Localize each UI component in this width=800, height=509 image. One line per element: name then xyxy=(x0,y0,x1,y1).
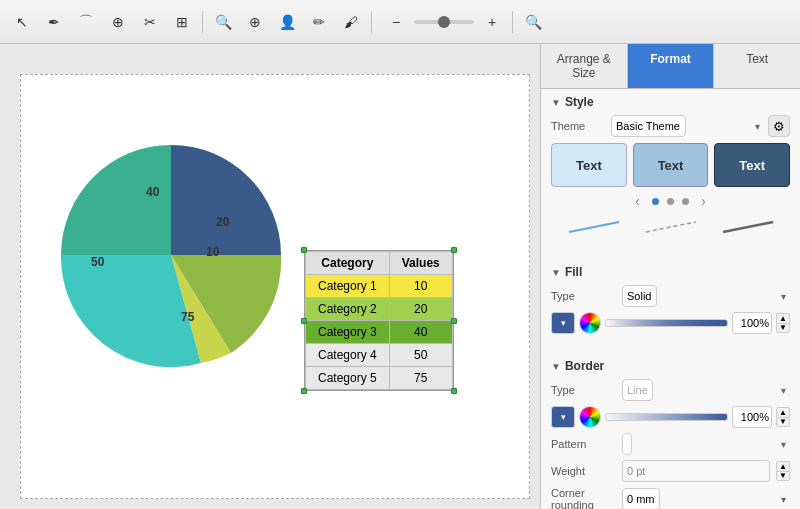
tool-image[interactable]: ⊞ xyxy=(168,8,196,36)
fill-opacity-value: 100% xyxy=(732,312,772,334)
carousel-dot-2[interactable] xyxy=(667,198,674,205)
data-table: Category Values Category 110Category 220… xyxy=(305,251,453,390)
handle-tr[interactable] xyxy=(451,247,457,253)
handle-br[interactable] xyxy=(451,388,457,394)
line-preview-1[interactable] xyxy=(564,217,624,237)
separator-1 xyxy=(202,11,203,33)
handle-tl[interactable] xyxy=(301,247,307,253)
tool-person[interactable]: 👤 xyxy=(273,8,301,36)
svg-line-2 xyxy=(723,222,773,232)
fill-dropdown-arrow: ▾ xyxy=(561,318,566,328)
fill-type-select[interactable]: Solid xyxy=(622,285,657,307)
border-color-row: ▾ 100% ▲ ▼ xyxy=(551,406,790,428)
corner-rounding-select[interactable]: 0 mm xyxy=(622,488,660,509)
carousel-prev[interactable]: ‹ xyxy=(631,193,644,209)
corner-rounding-row: Corner rounding 0 mm xyxy=(551,487,790,509)
line-preview-3[interactable] xyxy=(718,217,778,237)
table-cell-category[interactable]: Category 4 xyxy=(306,344,390,367)
col-category-header: Category xyxy=(306,252,390,275)
line-preview-2[interactable] xyxy=(641,217,701,237)
table-cell-category[interactable]: Category 5 xyxy=(306,367,390,390)
tool-brush[interactable]: 🖌 xyxy=(337,8,365,36)
tool-search-small[interactable]: 🔍 xyxy=(209,8,237,36)
border-color-wheel[interactable] xyxy=(579,406,601,428)
table-cell-category[interactable]: Category 2 xyxy=(306,298,390,321)
style-header[interactable]: ▼ Style xyxy=(551,95,790,109)
border-weight-row: Weight ▲ ▼ xyxy=(551,460,790,482)
border-header[interactable]: ▼ Border xyxy=(551,359,790,373)
border-weight-up[interactable]: ▲ xyxy=(776,461,790,471)
border-opacity-down[interactable]: ▼ xyxy=(776,417,790,427)
fill-opacity-row: 100% ▲ ▼ xyxy=(605,312,790,334)
tool-arrow[interactable]: ↖ xyxy=(8,8,36,36)
carousel-dot-3[interactable] xyxy=(682,198,689,205)
separator-2 xyxy=(371,11,372,33)
carousel-nav: ‹ › xyxy=(551,193,790,209)
table-cell-value[interactable]: 50 xyxy=(389,344,452,367)
border-opacity-up[interactable]: ▲ xyxy=(776,407,790,417)
text-card-dark[interactable]: Text xyxy=(714,143,790,187)
table-row: Category 220 xyxy=(306,298,453,321)
zoom-slider[interactable] xyxy=(414,20,474,24)
border-pattern-select-wrapper xyxy=(622,433,790,455)
tab-text[interactable]: Text xyxy=(714,44,800,88)
tool-scissors[interactable]: ✂ xyxy=(136,8,164,36)
table-cell-value[interactable]: 40 xyxy=(389,321,452,344)
table-cell-value[interactable]: 10 xyxy=(389,275,452,298)
border-pattern-select[interactable] xyxy=(622,433,632,455)
tab-arrange[interactable]: Arrange & Size xyxy=(541,44,628,88)
panel-tabs: Arrange & Size Format Text xyxy=(541,44,800,89)
fill-type-label: Type xyxy=(551,290,616,302)
tool-pencil[interactable]: ✏ xyxy=(305,8,333,36)
table-cell-value[interactable]: 75 xyxy=(389,367,452,390)
border-type-select[interactable]: Line xyxy=(622,379,653,401)
fill-opacity-bar[interactable] xyxy=(605,319,728,327)
border-weight-input[interactable] xyxy=(622,460,770,482)
zoom-in-icon[interactable]: + xyxy=(478,8,506,36)
fill-opacity-stepper: ▲ ▼ xyxy=(776,313,790,333)
svg-line-0 xyxy=(569,222,619,232)
magnify-icon[interactable]: 🔍 xyxy=(519,8,547,36)
corner-rounding-select-wrapper: 0 mm xyxy=(622,488,790,509)
tool-search2[interactable]: ⊕ xyxy=(241,8,269,36)
text-card-mid[interactable]: Text xyxy=(633,143,709,187)
table-cell-category[interactable]: Category 3 xyxy=(306,321,390,344)
pie-chart[interactable]: 40 20 10 50 75 xyxy=(51,135,291,375)
border-type-select-wrapper: Line xyxy=(622,379,790,401)
separator-3 xyxy=(512,11,513,33)
tool-node[interactable]: ⊕ xyxy=(104,8,132,36)
fill-color-swatch[interactable]: ▾ xyxy=(551,312,575,334)
tab-format[interactable]: Format xyxy=(628,44,715,88)
border-color-swatch[interactable]: ▾ xyxy=(551,406,575,428)
canvas-area[interactable]: 40 20 10 50 75 Category xyxy=(0,44,540,509)
handle-mr[interactable] xyxy=(451,318,457,324)
zoom-out-icon[interactable]: − xyxy=(382,8,410,36)
fill-opacity-up[interactable]: ▲ xyxy=(776,313,790,323)
fill-header[interactable]: ▼ Fill xyxy=(551,265,790,279)
border-weight-down[interactable]: ▼ xyxy=(776,471,790,481)
fill-type-row: Type Solid xyxy=(551,285,790,307)
table-cell-value[interactable]: 20 xyxy=(389,298,452,321)
fill-color-wheel[interactable] xyxy=(579,312,601,334)
handle-bl[interactable] xyxy=(301,388,307,394)
tool-curve[interactable]: ⌒ xyxy=(72,8,100,36)
carousel-dot-1[interactable] xyxy=(652,198,659,205)
fill-section: ▼ Fill Type Solid ▾ xyxy=(541,259,800,345)
style-triangle: ▼ xyxy=(551,97,561,108)
table-row: Category 450 xyxy=(306,344,453,367)
theme-select[interactable]: Basic Theme xyxy=(611,115,686,137)
text-card-light[interactable]: Text xyxy=(551,143,627,187)
tool-pen[interactable]: ✒ xyxy=(40,8,68,36)
theme-select-wrapper: Basic Theme xyxy=(611,115,764,137)
right-panel: Arrange & Size Format Text ▼ Style Theme… xyxy=(540,44,800,509)
fill-color-row: ▾ 100% ▲ ▼ xyxy=(551,312,790,334)
border-opacity-bar[interactable] xyxy=(605,413,728,421)
handle-ml[interactable] xyxy=(301,318,307,324)
carousel-next[interactable]: › xyxy=(697,193,710,209)
data-table-container[interactable]: Category Values Category 110Category 220… xyxy=(304,250,454,391)
table-cell-category[interactable]: Category 1 xyxy=(306,275,390,298)
gear-button[interactable]: ⚙ xyxy=(768,115,790,137)
fill-opacity-down[interactable]: ▼ xyxy=(776,323,790,333)
theme-select-container: Basic Theme ⚙ xyxy=(611,115,790,137)
pie-label-40: 40 xyxy=(146,185,159,199)
